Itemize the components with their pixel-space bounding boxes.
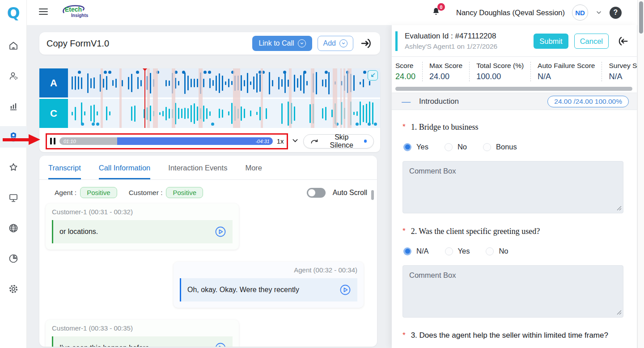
- comment-box[interactable]: [402, 161, 623, 213]
- score-value: N/A: [538, 72, 595, 81]
- radio-label: No: [458, 143, 467, 151]
- page-scrollbar[interactable]: [637, 0, 644, 348]
- sidebar-item-home[interactable]: [0, 35, 27, 56]
- page-scrollbar-thumb[interactable]: [639, 1, 643, 34]
- bar-chart-icon: [8, 101, 19, 112]
- comment-box[interactable]: [402, 265, 623, 318]
- play-message-button[interactable]: [215, 342, 226, 347]
- message-speaker-time: Customer-1 (00:33 - 00:35): [52, 324, 233, 332]
- radio-button[interactable]: [445, 143, 453, 151]
- tabs-row: Transcript Call Information Interaction …: [39, 156, 377, 180]
- link-to-call-button[interactable]: Link to Call: [252, 36, 312, 51]
- auto-scroll-toggle[interactable]: [307, 188, 326, 198]
- sidebar-item-settings[interactable]: [0, 278, 27, 300]
- help-button[interactable]: ?: [610, 7, 622, 19]
- radio-option-na[interactable]: N/A: [403, 247, 429, 255]
- radio-button[interactable]: [403, 247, 411, 255]
- sentiment-row: Agent : Positive Customer : Positive Aut…: [39, 180, 377, 201]
- question-text: 2. Was the client specific greeting used…: [411, 226, 540, 237]
- sidebar-item-web[interactable]: [0, 217, 27, 239]
- notification-bell[interactable]: 0: [431, 6, 441, 19]
- required-asterisk: *: [402, 122, 406, 133]
- elapsed-time: 01:10: [64, 139, 76, 144]
- radio-label: Yes: [416, 143, 428, 151]
- comment-box-wrap: [402, 161, 623, 215]
- score-cell: Total Score (%)100.00: [470, 62, 531, 81]
- remaining-time: -04:31: [255, 139, 269, 144]
- player-options-chevron-icon[interactable]: [292, 137, 299, 146]
- transcript-message: Customer-1 (00:31 - 00:32)or locations.: [46, 204, 239, 250]
- audio-waveform-card: A C 01:10 -04:31 1x: [39, 68, 380, 152]
- audio-player-row: 01:10 -04:31 1x Skip Silence: [39, 130, 380, 152]
- waveform[interactable]: A C: [39, 68, 380, 128]
- collapse-panel-arrow-icon[interactable]: [616, 34, 630, 48]
- message-text: I've seen this happen before.: [59, 344, 215, 347]
- evaluation-header: Evaluation Id : #471112208 Ashley'S Agen…: [392, 25, 637, 57]
- play-message-button[interactable]: [339, 284, 351, 296]
- submit-button[interactable]: Submit: [534, 34, 568, 49]
- radio-button[interactable]: [403, 143, 411, 151]
- user-name: Nancy Doughlas (Qeval Session): [456, 8, 565, 17]
- radio-option-bonus[interactable]: Bonus: [483, 143, 517, 151]
- radio-button[interactable]: [486, 247, 494, 255]
- sidebar-item-agent-settings[interactable]: [0, 65, 27, 87]
- tab-interaction-events[interactable]: Interaction Events: [168, 164, 227, 179]
- questions-container: *1. Bridge to businessYesNoBonus*2. Was …: [392, 110, 637, 341]
- section-title: Introduction: [419, 97, 459, 106]
- chevron-down-icon[interactable]: [595, 9, 602, 16]
- open-panel-arrow-icon[interactable]: [359, 36, 373, 51]
- auto-scroll-label: Auto Scroll: [333, 189, 367, 197]
- pause-button[interactable]: [50, 138, 55, 144]
- etech-insights-logo: Etech Insights: [60, 3, 92, 22]
- globe-icon: [8, 223, 19, 233]
- comment-box-wrap: [402, 265, 623, 319]
- score-label: Max Score: [429, 62, 462, 70]
- play-message-button[interactable]: [215, 226, 226, 238]
- sidebar-item-reports[interactable]: [0, 96, 27, 117]
- star-icon: [8, 162, 19, 173]
- add-button[interactable]: Add: [318, 36, 353, 51]
- tab-transcript[interactable]: Transcript: [48, 164, 81, 179]
- tab-more[interactable]: More: [245, 164, 262, 179]
- speech-markers-c: [72, 123, 378, 126]
- radio-button[interactable]: [483, 143, 491, 151]
- remaining-segment: -04:31: [117, 137, 273, 145]
- message-bubble: or locations.: [52, 220, 233, 243]
- score-strip: Score24.00Max Score24.00Total Score (%)1…: [392, 57, 637, 87]
- radio-group: YesNoBonus: [403, 143, 623, 151]
- evaluation-panel: Evaluation Id : #471112208 Ashley'S Agen…: [392, 25, 637, 348]
- collapse-waveform-icon[interactable]: [368, 70, 378, 81]
- accent-bar: [395, 31, 398, 51]
- customer-sentiment-badge: Positive: [166, 187, 203, 198]
- sidebar-item-analytics[interactable]: [0, 248, 27, 269]
- section-collapse-icon[interactable]: —: [402, 97, 411, 106]
- radio-option-yes[interactable]: Yes: [403, 143, 428, 151]
- sidebar-item-favorites[interactable]: [0, 157, 27, 178]
- score-cell: Max Score24.00: [423, 62, 470, 81]
- radio-label: Yes: [458, 247, 470, 255]
- customer-sentiment-label: Customer :: [129, 189, 163, 197]
- transcript-scrollbar-thumb[interactable]: [371, 190, 374, 200]
- avatar[interactable]: ND: [572, 4, 588, 21]
- left-sidebar: Q: [0, 0, 27, 348]
- radio-option-yes[interactable]: Yes: [445, 247, 470, 255]
- message-speaker-time: Customer-1 (00:31 - 00:32): [52, 208, 233, 216]
- playback-speed[interactable]: 1x: [277, 137, 284, 145]
- tab-call-information[interactable]: Call Information: [99, 164, 151, 179]
- radio-button[interactable]: [445, 247, 453, 255]
- cancel-button[interactable]: Cancel: [574, 34, 609, 49]
- horizontal-scrollbar-thumb[interactable]: [395, 87, 632, 91]
- radio-option-no[interactable]: No: [445, 143, 467, 151]
- waveform-bars-a: [72, 68, 378, 98]
- top-bar: Etech Insights 0 Nancy Doughlas (Qeval S…: [27, 0, 638, 25]
- playhead-cursor[interactable]: [144, 68, 145, 128]
- hamburger-menu-icon[interactable]: [39, 8, 48, 17]
- channel-c-label: C: [39, 99, 68, 128]
- form-title: Copy FormV1.0: [47, 38, 109, 49]
- progress-bar[interactable]: 01:10 -04:31: [59, 137, 273, 145]
- sidebar-item-monitor[interactable]: [0, 187, 27, 208]
- radio-option-no[interactable]: No: [486, 247, 508, 255]
- skip-silence-button[interactable]: Skip Silence: [303, 134, 374, 149]
- score-label: Auto Failure Score: [538, 62, 595, 70]
- score-cell: Score24.00: [395, 62, 423, 81]
